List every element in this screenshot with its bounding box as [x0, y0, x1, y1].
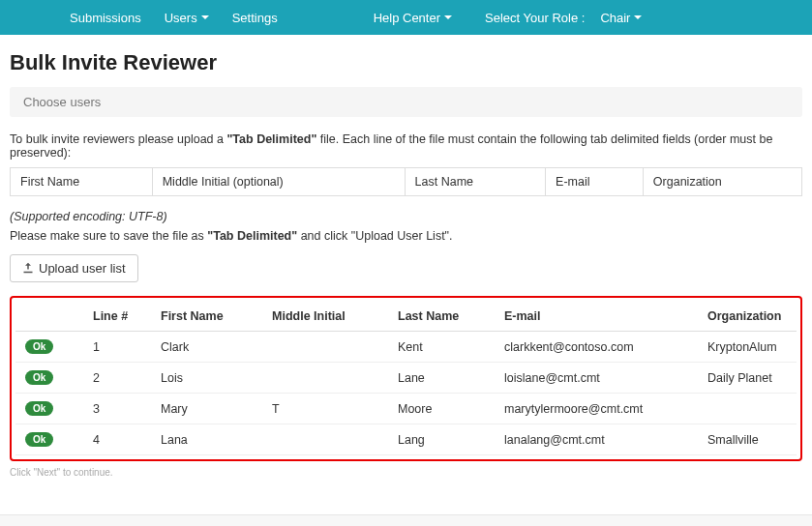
continue-note: Click "Next" to continue. [10, 467, 802, 478]
cell-last: Lane [388, 363, 495, 394]
nav-users-label: Users [165, 11, 197, 25]
caret-down-icon [201, 15, 209, 19]
cell-email: marytylermoore@cmt.cmt [495, 394, 698, 424]
cell-line: 1 [83, 332, 151, 363]
page-title: Bulk Invite Reviewer [10, 50, 802, 75]
nav-help-center[interactable]: Help Center [362, 0, 464, 35]
cell-middle: T [262, 394, 388, 424]
results-header-row: Line # First Name Middle Initial Last Na… [15, 302, 797, 332]
cell-last: Moore [388, 394, 495, 424]
cell-org: Smallville [698, 424, 797, 455]
col-middle: Middle Initial [262, 302, 388, 332]
cell-email: loislane@cmt.cmt [495, 363, 698, 394]
fields-table: First Name Middle Initial (optional) Las… [10, 167, 802, 196]
status-badge: Ok [25, 401, 53, 416]
nav-help-label: Help Center [374, 11, 440, 25]
cell-middle [262, 363, 388, 394]
table-row: Ok4LanaLanglanalang@cmt.cmtSmallville [15, 424, 797, 455]
top-navbar: Submissions Users Settings Help Center S… [0, 0, 812, 35]
breadcrumb: Choose users [10, 87, 802, 117]
cell-org: KryptonAlum [698, 332, 797, 363]
status-badge: Ok [25, 339, 53, 354]
role-select-label: Select Your Role : [473, 0, 596, 35]
caret-down-icon [444, 15, 452, 19]
table-row: Ok1ClarkKentclarkkent@contoso.comKrypton… [15, 332, 797, 363]
upload-instruction: To bulk invite reviewers please upload a… [10, 132, 802, 160]
cell-org [698, 394, 797, 424]
status-badge: Ok [25, 370, 53, 385]
results-table: Line # First Name Middle Initial Last Na… [15, 302, 797, 455]
col-email: E-mail [495, 302, 698, 332]
nav-submissions[interactable]: Submissions [58, 0, 153, 35]
upload-user-list-button[interactable]: Upload user list [10, 254, 138, 282]
cell-first: Lois [151, 363, 262, 394]
cell-line: 2 [83, 363, 151, 394]
cell-first: Clark [151, 332, 262, 363]
cell-middle [262, 332, 388, 363]
role-select[interactable]: Chair [596, 0, 653, 35]
col-org: Organization [698, 302, 797, 332]
upload-icon [22, 262, 34, 276]
cell-email: lanalang@cmt.cmt [495, 424, 698, 455]
cell-org: Daily Planet [698, 363, 797, 394]
cell-first: Mary [151, 394, 262, 424]
save-instruction: Please make sure to save the file as "Ta… [10, 229, 802, 243]
cell-last: Kent [388, 332, 495, 363]
table-row: Ok3MaryTMooremarytylermoore@cmt.cmt [15, 394, 797, 424]
cell-line: 3 [83, 394, 151, 424]
col-status [15, 302, 83, 332]
upload-button-label: Upload user list [39, 261, 126, 276]
caret-down-icon [634, 15, 642, 19]
col-first: First Name [151, 302, 262, 332]
col-line: Line # [83, 302, 151, 332]
table-row: Ok2LoisLaneloislane@cmt.cmtDaily Planet [15, 363, 797, 394]
field-col: Middle Initial (optional) [152, 168, 405, 196]
field-col: E-mail [546, 168, 644, 196]
results-highlight-box: Line # First Name Middle Initial Last Na… [10, 296, 802, 461]
cell-middle [262, 424, 388, 455]
col-last: Last Name [388, 302, 495, 332]
cell-email: clarkkent@contoso.com [495, 332, 698, 363]
cell-last: Lang [388, 424, 495, 455]
main-content: Bulk Invite Reviewer Choose users To bul… [0, 35, 812, 514]
status-badge: Ok [25, 432, 53, 447]
encoding-note: (Supported encoding: UTF-8) [10, 210, 802, 223]
role-value: Chair [600, 11, 630, 25]
cell-first: Lana [151, 424, 262, 455]
nav-settings[interactable]: Settings [221, 0, 289, 35]
field-col: First Name [11, 168, 153, 196]
field-col: Last Name [405, 168, 545, 196]
field-col: Organization [643, 168, 801, 196]
wizard-footer: Cancel Previous Next [0, 514, 812, 526]
nav-users[interactable]: Users [153, 0, 221, 35]
cell-line: 4 [83, 424, 151, 455]
